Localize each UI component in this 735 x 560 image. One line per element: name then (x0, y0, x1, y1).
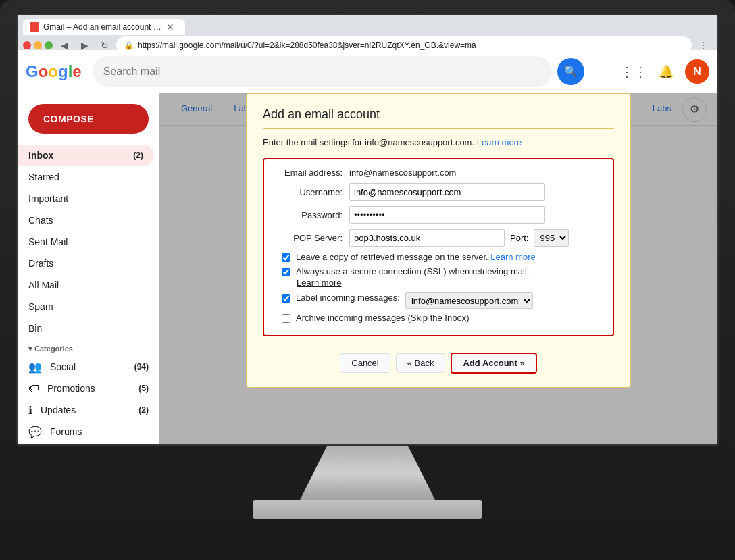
email-address-value: info@namescosupport.com (349, 168, 456, 178)
categories-section-title: ▾ Categories (18, 339, 159, 356)
starred-label: Starred (28, 172, 59, 182)
leave-copy-learn-more-link[interactable]: Learn more (490, 252, 535, 262)
ssl-checkbox[interactable] (282, 268, 290, 276)
logo-o2: o (48, 62, 58, 81)
updates-label: Updates (41, 405, 76, 415)
user-avatar-button[interactable]: N (685, 59, 709, 84)
leave-copy-label: Leave a copy of retrieved message on the… (296, 252, 536, 262)
logo-g: G (26, 62, 39, 81)
username-label: Username: (275, 187, 349, 197)
search-input[interactable] (103, 66, 541, 78)
tab-favicon-icon (30, 22, 39, 32)
label-select[interactable]: info@namescosupport.com (405, 292, 533, 309)
sidebar-item-inbox[interactable]: Inbox (2) (18, 145, 154, 166)
gmail-body: COMPOSE Inbox (2) Starred Important Chat… (18, 93, 717, 446)
important-label: Important (28, 193, 68, 204)
sidebar-item-starred[interactable]: Starred (18, 166, 154, 188)
dialog-buttons: Cancel « Back Add Account » (263, 347, 614, 374)
logo-l: l (68, 62, 73, 81)
drafts-label: Drafts (28, 258, 53, 269)
inbox-badge: (2) (133, 151, 143, 160)
monitor-screen: Gmail – Add an email account - Google Ch… (16, 14, 719, 446)
forums-icon: 💬 (28, 426, 42, 438)
updates-icon: ℹ (28, 404, 32, 417)
pop-server-label: POP Server: (275, 233, 349, 243)
add-account-button[interactable]: Add Account » (451, 353, 536, 374)
password-label: Password: (275, 210, 349, 220)
checkbox-leave-copy-row: Leave a copy of retrieved message on the… (275, 252, 602, 262)
browser-tab[interactable]: Gmail – Add an email account - Google Ch… (23, 19, 185, 35)
dialog-subtitle: Enter the mail settings for info@namesco… (263, 137, 614, 147)
updates-badge: (2) (138, 405, 149, 415)
promotions-badge: (5) (138, 384, 149, 393)
browser-tab-bar: Gmail – Add an email account - Google Ch… (18, 15, 717, 35)
password-row: Password: (275, 206, 602, 224)
apps-icon-button[interactable]: ⋮⋮ (620, 58, 647, 85)
social-label: Social (50, 361, 76, 372)
notifications-button[interactable]: 🔔 (653, 58, 680, 85)
checkbox-archive-row: Archive incoming messages (Skip the Inbo… (275, 313, 602, 323)
social-badge: (94) (134, 362, 149, 372)
cancel-button[interactable]: Cancel (340, 353, 390, 373)
sidebar-item-promotions[interactable]: 🏷 Promotions (5) (18, 378, 159, 399)
email-form-section: Email address: info@namescosupport.com U… (263, 158, 614, 336)
window-close-button[interactable] (23, 41, 31, 49)
username-row: Username: (275, 183, 602, 201)
email-address-row: Email address: info@namescosupport.com (275, 168, 602, 178)
password-input[interactable] (349, 206, 545, 224)
logo-o1: o (39, 62, 49, 81)
forums-label: Forums (50, 426, 82, 437)
dialog-overlay: Add an email account Enter the mail sett… (159, 93, 717, 446)
inbox-label: Inbox (28, 150, 53, 161)
port-label: Port: (510, 233, 528, 243)
leave-copy-checkbox[interactable] (282, 253, 290, 262)
logo-e: e (72, 62, 81, 81)
label-messages-checkbox[interactable] (282, 294, 290, 303)
dialog-subtitle-text: Enter the mail settings for info@namesco… (263, 137, 474, 147)
promotions-icon: 🏷 (28, 382, 39, 394)
label-messages-label: Label incoming messages: (296, 292, 400, 303)
window-maximize-button[interactable] (45, 41, 53, 49)
sidebar-item-drafts[interactable]: Drafts (18, 253, 154, 274)
email-address-label: Email address: (275, 168, 349, 178)
back-button[interactable]: « Back (396, 353, 446, 373)
gmail-topbar: G o o g l e 🔍 ⋮⋮ 🔔 N (18, 50, 717, 93)
search-bar[interactable] (93, 56, 552, 87)
sidebar-item-bin[interactable]: Bin (18, 317, 154, 339)
sidebar-item-updates[interactable]: ℹ Updates (2) (18, 399, 159, 421)
window-minimize-button[interactable] (34, 41, 42, 49)
tab-close-button[interactable]: ✕ (166, 22, 174, 32)
secure-lock-icon: 🔒 (124, 41, 134, 50)
pop-server-port-section: Port: 995 110 (349, 229, 569, 247)
spam-label: Spam (28, 301, 53, 312)
gmail-app: G o o g l e 🔍 ⋮⋮ 🔔 N (18, 50, 717, 446)
add-email-dialog: Add an email account Enter the mail sett… (246, 93, 631, 388)
pop-server-row: POP Server: Port: 995 110 (275, 229, 602, 247)
sidebar-item-chats[interactable]: Chats (18, 209, 154, 231)
monitor-base (253, 500, 482, 519)
browser-chrome: Gmail – Add an email account - Google Ch… (18, 15, 717, 50)
port-select[interactable]: 995 110 (534, 229, 569, 247)
monitor-stand (300, 446, 435, 500)
bin-label: Bin (28, 323, 42, 334)
sidebar-item-social[interactable]: 👥 Social (94) (18, 356, 159, 378)
sidebar-item-spam[interactable]: Spam (18, 296, 154, 317)
pop-server-input[interactable] (349, 229, 505, 247)
sidebar-item-allmail[interactable]: All Mail (18, 274, 154, 296)
ssl-label: Always use a secure connection (SSL) whe… (296, 266, 529, 276)
topbar-right: ⋮⋮ 🔔 N (620, 58, 709, 85)
checkbox-ssl-row: Always use a secure connection (SSL) whe… (275, 266, 602, 288)
sidebar-item-forums[interactable]: 💬 Forums (18, 421, 159, 442)
google-logo: G o o g l e (26, 62, 82, 81)
chats-label: Chats (28, 215, 53, 226)
archive-messages-label: Archive incoming messages (Skip the Inbo… (296, 313, 470, 323)
dialog-learn-more-link[interactable]: Learn more (477, 137, 522, 147)
search-button[interactable]: 🔍 (557, 58, 584, 85)
username-input[interactable] (349, 183, 545, 201)
sidebar-item-sent[interactable]: Sent Mail (18, 231, 154, 253)
sidebar-item-important[interactable]: Important (18, 188, 154, 209)
archive-messages-checkbox[interactable] (282, 314, 290, 323)
compose-button[interactable]: COMPOSE (28, 104, 149, 134)
ssl-learn-more-link[interactable]: Learn more (297, 278, 341, 288)
social-icon: 👥 (28, 361, 42, 374)
